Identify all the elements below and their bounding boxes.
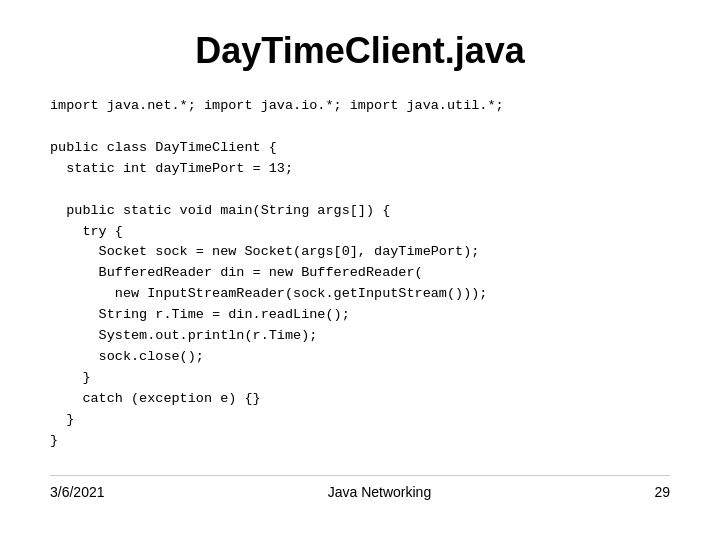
code-block: import java.net.*; import java.io.*; imp…: [50, 96, 670, 475]
slide-title: DayTimeClient.java: [50, 30, 670, 72]
footer-page: 29: [654, 484, 670, 500]
slide: DayTimeClient.java import java.net.*; im…: [0, 0, 720, 540]
footer: 3/6/2021 Java Networking 29: [50, 475, 670, 500]
footer-date: 3/6/2021: [50, 484, 105, 500]
code-pre: import java.net.*; import java.io.*; imp…: [50, 96, 670, 452]
footer-topic: Java Networking: [328, 484, 432, 500]
